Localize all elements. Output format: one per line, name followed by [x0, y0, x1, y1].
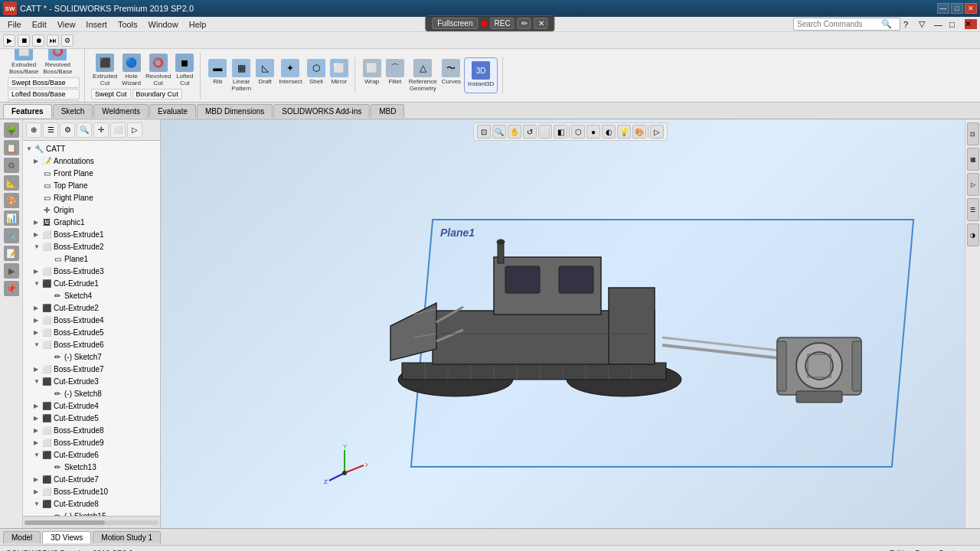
tree-sketch4[interactable]: ✏ Sketch4	[23, 289, 160, 302]
rp-view5[interactable]: ◑	[967, 223, 979, 246]
panel-icon-config[interactable]: ⚙	[4, 158, 19, 173]
lofted-cut-button[interactable]: ◼ LoftedCut	[174, 52, 195, 88]
tree-sketch7[interactable]: ✏ (-) Sketch7	[23, 350, 160, 363]
search-input[interactable]	[797, 20, 881, 28]
options-button[interactable]: ⚙	[61, 34, 74, 47]
tree-tool-2[interactable]: ☰	[43, 122, 58, 138]
rp-view2[interactable]: ▦	[967, 148, 979, 171]
tree-origin[interactable]: ✛ Origin	[23, 204, 160, 216]
panel-icon-custom[interactable]: 📝	[4, 246, 19, 261]
tree-root[interactable]: ▼ 🔧 CATT	[23, 142, 160, 155]
fullscreen-button[interactable]: Fullscreen	[432, 18, 478, 29]
bottom-tab-3dviews[interactable]: 3D Views	[42, 531, 91, 543]
panel-icon-selection[interactable]: 🔧	[4, 228, 19, 243]
vp-display3[interactable]: ◐	[602, 125, 616, 139]
help-icon[interactable]: ?	[903, 20, 916, 29]
tree-boss-extrude1[interactable]: ▶ ⬜ Boss-Extrude1	[23, 228, 160, 240]
draw-button[interactable]: ✏	[518, 18, 531, 29]
tree-boss-extrude2[interactable]: ▼ ⬜ Boss-Extrude2	[23, 240, 160, 253]
tab-weldments[interactable]: Weldments	[93, 104, 149, 118]
tree-boss-extrude10[interactable]: ▶ ⬜ Boss-Extrude10	[23, 485, 160, 497]
expand-icon[interactable]: ▽	[919, 19, 931, 29]
play-button[interactable]: ▶	[3, 34, 15, 47]
playback-button2[interactable]: ⏭	[47, 34, 59, 47]
restore-btn2[interactable]: □	[949, 20, 962, 29]
panel-icon-appearance[interactable]: 🎨	[4, 193, 19, 208]
tree-cut-extrude1[interactable]: ▼ ⬛ Cut-Extrude1	[23, 277, 160, 289]
tree-cut-extrude6[interactable]: ▼ ⬛ Cut-Extrude6	[23, 448, 160, 461]
extruded-boss-button[interactable]: ⬜ ExtrudedBoss/Base	[8, 49, 40, 77]
rib-button[interactable]: ▬ Rib	[207, 57, 228, 93]
tree-tool-4[interactable]: 🔍	[77, 122, 92, 138]
revolved-boss-button[interactable]: ⭕ RevolvedBoss/Base	[41, 49, 74, 77]
panel-icon-tree[interactable]: 🌳	[4, 122, 19, 138]
tree-graphic1[interactable]: ▶ 🖼 Graphic1	[23, 216, 160, 228]
rp-view3[interactable]: ▷	[967, 173, 979, 196]
rp-view4[interactable]: ☰	[967, 198, 979, 221]
tree-cut-extrude4[interactable]: ▶ ⬛ Cut-Extrude4	[23, 399, 160, 412]
tree-plane1[interactable]: ▭ Plane1	[23, 253, 160, 265]
rec-close-button[interactable]: ✕	[534, 18, 548, 29]
record-button[interactable]: ⏺	[32, 34, 44, 47]
tree-cut-extrude7[interactable]: ▶ ⬛ Cut-Extrude7	[23, 473, 160, 485]
tree-cut-extrude3[interactable]: ▼ ⬛ Cut-Extrude3	[23, 375, 160, 387]
min-btn2[interactable]: —	[934, 20, 946, 29]
menu-help[interactable]: Help	[185, 18, 211, 31]
tree-tool-3[interactable]: ⚙	[60, 122, 75, 138]
menu-tools[interactable]: Tools	[113, 18, 142, 31]
linear-pattern-button[interactable]: ▦ LinearPattern	[230, 57, 253, 93]
menu-view[interactable]: View	[53, 18, 80, 31]
tree-boss-extrude4[interactable]: ▶ ⬜ Boss-Extrude4	[23, 314, 160, 326]
vp-zoom-to-fit[interactable]: ⊡	[477, 125, 491, 139]
tree-sketch8[interactable]: ✏ (-) Sketch8	[23, 387, 160, 399]
vp-display2[interactable]: ●	[586, 125, 600, 139]
tree-front-plane[interactable]: ▭ Front Plane	[23, 167, 160, 179]
viewport[interactable]: ⊡ 🔍 ✋ ↺ ⬜ ◧ ⬡ ● ◐ 💡 🎨 ▷ Plane1	[161, 119, 980, 528]
menu-file[interactable]: File	[3, 18, 26, 31]
vp-view1[interactable]: ▷	[650, 125, 664, 139]
vp-zoom-in[interactable]: 🔍	[492, 125, 506, 139]
boundary-cut-button[interactable]: Boundary Cut	[132, 89, 182, 99]
tree-tool-5[interactable]: ✛	[93, 122, 109, 138]
vp-rotate[interactable]: ↺	[523, 125, 537, 139]
menu-insert[interactable]: Insert	[81, 18, 112, 31]
close-btn2[interactable]: ✕	[965, 19, 977, 29]
tree-scrollbar[interactable]	[23, 516, 160, 528]
tab-sketch[interactable]: Sketch	[53, 104, 93, 118]
tree-boss-extrude5[interactable]: ▶ ⬜ Boss-Extrude5	[23, 326, 160, 338]
vp-pan[interactable]: ✋	[508, 125, 521, 139]
panel-icon-sim[interactable]: ▶	[4, 263, 19, 279]
shell-button[interactable]: ⬡ Shell	[305, 57, 327, 93]
tree-cut-extrude5[interactable]: ▶ ⬛ Cut-Extrude5	[23, 412, 160, 424]
tree-boss-extrude7[interactable]: ▶ ⬜ Boss-Extrude7	[23, 363, 160, 375]
curves-button[interactable]: 〜 Curves	[440, 57, 462, 93]
panel-icon-dim[interactable]: 📐	[4, 175, 19, 191]
intersect-button[interactable]: ✦ Intersect	[277, 57, 304, 93]
rp-view-options[interactable]: ⊡	[967, 122, 979, 145]
swept-cut-button[interactable]: Swept Cut	[91, 89, 131, 99]
swept-boss-button[interactable]: Swept Boss/Base	[8, 77, 80, 88]
tab-features[interactable]: Features	[3, 104, 52, 118]
tree-tool-6[interactable]: ⬜	[110, 122, 126, 138]
restore-button[interactable]: □	[951, 3, 963, 14]
tab-mbd-dimensions[interactable]: MBD Dimensions	[197, 104, 273, 118]
tree-top-plane[interactable]: ▭ Top Plane	[23, 179, 160, 191]
bottom-tab-model[interactable]: Model	[3, 531, 41, 543]
reference-geometry-button[interactable]: △ ReferenceGeometry	[407, 57, 439, 93]
draft-button[interactable]: ◺ Draft	[254, 57, 276, 93]
tab-solidworks-addins[interactable]: SOLIDWORKS Add-ins	[273, 104, 370, 118]
vp-zoom-area[interactable]: ⬜	[538, 125, 552, 139]
menu-edit[interactable]: Edit	[28, 18, 51, 31]
tree-tool-1[interactable]: ⊕	[26, 122, 41, 138]
fillet-button[interactable]: ⌒ Fillet	[384, 57, 406, 93]
vp-display1[interactable]: ⬡	[571, 125, 585, 139]
rec-button[interactable]: REC	[491, 18, 514, 29]
tree-boss-extrude6[interactable]: ▼ ⬜ Boss-Extrude6	[23, 338, 160, 350]
mirror-button[interactable]: ⬜ Mirror	[328, 57, 350, 93]
minimize-button[interactable]: —	[937, 3, 949, 14]
revolved-cut-button[interactable]: ⭕ RevolvedCut	[144, 52, 172, 88]
wrap-button[interactable]: ⬜ Wrap	[361, 57, 383, 93]
vp-lights[interactable]: 💡	[617, 125, 631, 139]
hole-wizard-button[interactable]: 🔵 HoleWizard	[120, 52, 142, 88]
tree-boss-extrude8[interactable]: ▶ ⬜ Boss-Extrude8	[23, 424, 160, 436]
